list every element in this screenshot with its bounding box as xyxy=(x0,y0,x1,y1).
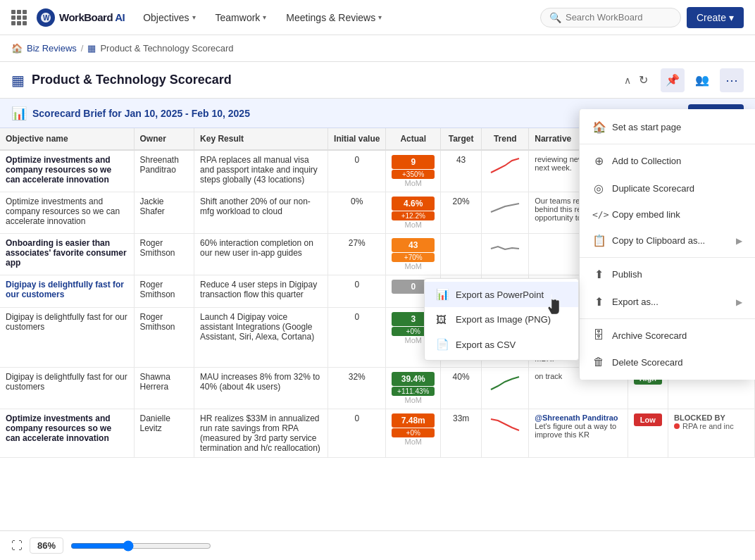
col-header-actual: Actual xyxy=(386,128,441,150)
menu-item-export-as[interactable]: ⬆ Export as... ▶ xyxy=(580,288,755,316)
menu-item-copy-clipboard[interactable]: 📋 Copy to Clipboard as... ▶ xyxy=(580,227,755,254)
home-icon: 🏠 xyxy=(11,43,23,54)
cell-objective: Optimize investments and company resourc… xyxy=(0,192,134,234)
menu-item-publish[interactable]: ⬆ Publish xyxy=(580,261,755,288)
duplicate-icon: ◎ xyxy=(592,182,605,195)
logo-icon: W xyxy=(37,8,55,27)
cell-owner: Roger Smithson xyxy=(134,234,194,275)
brief-chart-icon: 📊 xyxy=(11,106,27,121)
cell-initial: 27% xyxy=(328,234,386,275)
table-row: Optimize investments and company resourc… xyxy=(0,409,755,458)
scorecard-table-icon: ▦ xyxy=(87,43,96,54)
page-title: Product & Technology Scorecard xyxy=(32,73,624,87)
submenu-item-ppt[interactable]: 📊 Export as PowerPoint xyxy=(425,282,578,307)
cell-narrative: @Shreenath Panditrao Let's figure out a … xyxy=(529,409,628,458)
cell-owner: Roger Smithson xyxy=(134,308,194,368)
search-input[interactable] xyxy=(566,12,671,23)
search-icon: 🔍 xyxy=(549,12,561,23)
col-header-objective: Objective name xyxy=(0,128,134,150)
cell-initial: 0 xyxy=(328,409,386,458)
apps-grid-icon[interactable] xyxy=(11,10,27,25)
cell-actual: 43 +70% MoM xyxy=(386,234,441,275)
teamwork-chevron-icon: ▾ xyxy=(263,13,266,21)
cell-objective: Digipay is delightfully fast for our cus… xyxy=(0,308,134,368)
menu-item-add-collection[interactable]: ⊕ Add to Collection xyxy=(580,147,755,175)
refresh-button[interactable]: ↻ xyxy=(631,68,655,92)
nav-meetings[interactable]: Meetings & Reviews ▾ xyxy=(279,8,389,27)
menu-item-set-start-page[interactable]: 🏠 Set as start page xyxy=(580,113,755,141)
cell-initial: 0 xyxy=(328,150,386,192)
col-header-kr: Key Result xyxy=(194,128,328,150)
col-header-target: Target xyxy=(441,128,482,150)
cell-target xyxy=(441,234,482,275)
bottom-bar: ⛶ 86% xyxy=(0,530,755,560)
cell-actual: 39.4% +111.43% MoM xyxy=(386,368,441,409)
search-box[interactable]: 🔍 xyxy=(540,8,681,27)
home-icon: 🏠 xyxy=(592,120,605,134)
cell-initial: 0 xyxy=(328,275,386,308)
menu-item-delete[interactable]: 🗑 Delete Scorecard xyxy=(580,349,755,375)
cell-kr: MAU increases 8% from 32% to 40% (about … xyxy=(194,368,328,409)
menu-item-copy-embed[interactable]: </> Copy embed link xyxy=(580,202,755,227)
logo-text: WorkBoard AI xyxy=(59,11,125,23)
powerpoint-icon: 📊 xyxy=(436,288,449,301)
image-icon: 🖼 xyxy=(436,313,449,325)
cell-owner: Roger Smithson xyxy=(134,275,194,308)
submenu-item-csv[interactable]: 📄 Export as CSV xyxy=(425,332,578,357)
menu-divider xyxy=(580,257,755,258)
cell-owner: Shawna Herrera xyxy=(134,368,194,409)
objectives-chevron-icon: ▾ xyxy=(192,13,196,21)
cell-kr: Launch 4 Digipay voice assistant Integra… xyxy=(194,308,328,368)
publish-icon: ⬆ xyxy=(592,268,605,281)
logo: W WorkBoard AI xyxy=(37,8,125,27)
scorecard-icon: ▦ xyxy=(11,72,25,89)
create-chevron-icon: ▾ xyxy=(729,12,734,23)
meetings-chevron-icon: ▾ xyxy=(378,13,382,21)
more-options-button[interactable]: ⋯ xyxy=(720,68,744,92)
breadcrumb-current: Product & Technology Scorecard xyxy=(100,43,233,54)
cell-kr: Reduce 4 user steps in Digipay transacti… xyxy=(194,275,328,308)
cell-trend xyxy=(482,192,529,234)
menu-divider xyxy=(580,318,755,319)
brief-title: Scorecard Brief for Jan 10, 2025 - Feb 1… xyxy=(32,108,250,119)
scorecard-header: ▦ Product & Technology Scorecard ∧ ↻ 📌 👥… xyxy=(0,62,755,99)
cell-trend xyxy=(482,368,529,409)
cell-actual: 4.6% +12.2% MoM xyxy=(386,192,441,234)
embed-icon: </> xyxy=(592,209,605,220)
cell-trend xyxy=(482,234,529,275)
cell-objective: Optimize investments and company resourc… xyxy=(0,409,134,458)
cell-initial: 32% xyxy=(328,368,386,409)
add-icon: ⊕ xyxy=(592,154,605,168)
arrow-icon: ▶ xyxy=(736,236,742,246)
cell-trend xyxy=(482,150,529,192)
menu-item-archive[interactable]: 🗄 Archive Scorecard xyxy=(580,322,755,349)
breadcrumb: 🏠 Biz Reviews / ▦ Product & Technology S… xyxy=(0,35,755,62)
people-button[interactable]: 👥 xyxy=(690,68,714,92)
submenu-item-png[interactable]: 🖼 Export as Image (PNG) xyxy=(425,307,578,332)
top-nav: W WorkBoard AI Objectives ▾ Teamwork ▾ M… xyxy=(0,0,755,35)
cell-status-low: Low xyxy=(628,409,668,458)
cell-target: 33m xyxy=(441,409,482,458)
header-actions: ↻ 📌 👥 ⋯ xyxy=(631,68,744,92)
nav-teamwork[interactable]: Teamwork ▾ xyxy=(208,8,274,27)
zoom-slider[interactable] xyxy=(70,540,211,552)
cell-objective: Optimize investments and company resourc… xyxy=(0,150,134,192)
svg-text:W: W xyxy=(43,14,50,22)
cell-trend xyxy=(482,409,529,458)
title-chevron-icon[interactable]: ∧ xyxy=(624,75,631,86)
fullscreen-button[interactable]: ⛶ xyxy=(11,540,23,552)
cell-actual: 7.48m +0% MoM xyxy=(386,409,441,458)
breadcrumb-separator: / xyxy=(81,43,84,54)
nav-objectives[interactable]: Objectives ▾ xyxy=(136,8,202,27)
pin-button[interactable]: 📌 xyxy=(661,68,685,92)
cell-kr: Shift another 20% of our non-mfg workloa… xyxy=(194,192,328,234)
cell-kr: 60% interaction completion on our new us… xyxy=(194,234,328,275)
menu-item-duplicate[interactable]: ◎ Duplicate Scorecard xyxy=(580,175,755,202)
create-button[interactable]: Create ▾ xyxy=(687,7,744,28)
breadcrumb-parent[interactable]: Biz Reviews xyxy=(27,43,77,54)
cell-objective: Onboarding is easier than associates' fa… xyxy=(0,234,134,275)
cell-actual: 9 +350% MoM xyxy=(386,150,441,192)
export-submenu: 📊 Export as PowerPoint 🖼 Export as Image… xyxy=(424,278,579,361)
cell-kr: HR realizes $33M in annualized run rate … xyxy=(194,409,328,458)
col-header-owner: Owner xyxy=(134,128,194,150)
